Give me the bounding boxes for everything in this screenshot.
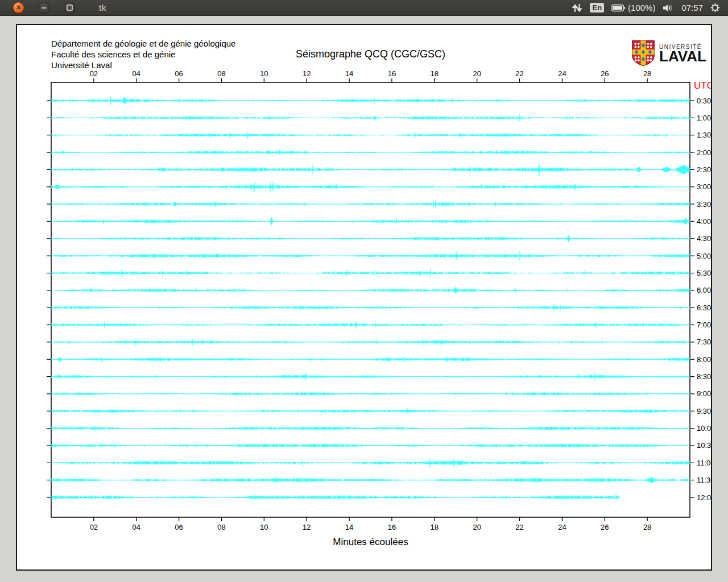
battery-icon [611,4,626,12]
row-time-label: 2:30 [697,165,711,174]
x-tick-label-bottom: 08 [217,523,225,531]
row-time-label: 12:00 [697,493,711,502]
x-tick-label-top: 16 [388,69,396,78]
seismogram-trace [51,96,690,105]
seismogram-trace [51,163,690,176]
window-controls: ✕ [0,2,76,14]
row-time-label: 0:30 [697,97,711,105]
x-tick-label-top: 04 [132,69,140,78]
row-time-label: 7:00 [697,321,711,329]
clock[interactable]: 07:57 [681,3,703,13]
row-time-label: 10:00 [697,424,711,433]
x-tick-label-bottom: 28 [643,523,651,531]
x-tick-label-top: 02 [90,69,98,78]
x-tick-label-top: 06 [175,69,183,78]
x-tick-label-top: 22 [515,69,523,78]
close-button[interactable]: ✕ [13,2,24,14]
x-tick-label-bottom: 04 [132,523,140,531]
x-tick-label-bottom: 20 [473,523,481,531]
x-tick-label-top: 10 [260,69,268,78]
seismogram-trace [51,494,619,501]
session-gear-icon[interactable] [710,3,720,13]
keyboard-layout-indicator[interactable]: En [590,3,604,13]
row-time-label: 1:00 [697,114,711,122]
row-time-label: 4:30 [697,234,711,243]
battery-percent: (100%) [628,3,655,13]
minimize-icon [42,7,47,9]
seismogram-trace [51,322,690,328]
battery-indicator[interactable]: (100%) [611,3,655,13]
x-tick-label-bottom: 26 [601,523,609,531]
minimize-button[interactable] [38,2,50,14]
seismograph-plot: 0202040406060808101012121414161618182020… [17,25,711,569]
seismogram-trace [51,339,690,346]
x-tick-label-bottom: 24 [558,523,566,531]
x-tick-label-top: 26 [601,69,609,78]
x-tick-label-bottom: 10 [260,523,268,531]
volume-icon[interactable] [663,3,674,13]
seismogram-trace [51,269,690,277]
x-tick-label-bottom: 12 [303,523,311,531]
row-time-label: 9:00 [697,389,711,398]
row-time-label: 3:30 [697,200,711,209]
seismogram-trace [51,287,690,293]
x-tick-label-top: 20 [473,69,481,78]
x-tick-label-top: 14 [345,69,353,78]
row-time-label: 1:30 [697,131,711,139]
row-time-label: 9:30 [697,407,711,415]
x-tick-label-top: 28 [643,69,651,78]
utc-axis-label: UTC [694,80,711,91]
seismogram-trace [51,235,690,242]
x-axis-title: Minutes écoulées [333,537,408,547]
window-title: tk [99,3,106,13]
plot-border [51,82,690,517]
seismogram-trace [51,182,690,192]
x-tick-label-bottom: 06 [175,523,183,531]
tk-application-window: Département de géologie et de génie géol… [16,24,712,571]
seismogram-trace [51,408,690,414]
x-tick-label-bottom: 14 [345,523,353,531]
seismogram-trace [51,373,690,381]
x-tick-label-bottom: 22 [515,523,523,531]
x-tick-label-bottom: 16 [388,523,396,531]
seismogram-trace [51,426,690,431]
seismogram-trace [51,149,690,155]
seismogram-trace [51,476,690,484]
seismogram-trace [51,218,690,226]
row-time-label: 6:00 [697,286,711,294]
row-time-label: 11:30 [697,476,711,484]
row-time-label: 7:30 [697,338,711,346]
seismogram-trace [51,392,690,396]
maximize-icon [67,5,73,11]
seismogram-trace [51,304,690,311]
seismogram-trace [51,443,690,448]
row-time-label: 8:00 [697,355,711,364]
x-tick-label-bottom: 18 [431,523,439,531]
x-tick-label-top: 12 [303,69,311,78]
x-tick-label-top: 24 [558,69,566,78]
row-time-label: 6:30 [697,304,711,312]
row-time-label: 10:30 [697,441,711,450]
x-tick-label-top: 18 [431,69,439,78]
updown-arrows-icon[interactable] [572,3,582,13]
seismogram-trace [51,459,690,467]
desktop-top-bar[interactable]: ✕ tk En (100%) 07:57 [0,0,728,16]
row-time-label: 4:00 [697,217,711,226]
row-time-label: 5:00 [697,252,711,260]
row-time-label: 2:00 [697,148,711,157]
seismogram-trace [51,200,690,209]
row-time-label: 3:00 [697,182,711,191]
seismogram-trace [51,356,690,362]
system-tray: En (100%) 07:57 [572,3,728,13]
row-time-label: 11:00 [697,459,711,467]
seismogram-trace [51,115,690,122]
x-tick-label-bottom: 02 [90,523,98,531]
row-time-label: 8:30 [697,372,711,381]
x-tick-label-top: 08 [217,69,225,78]
seismogram-trace [51,132,690,138]
seismogram-trace [51,251,690,260]
row-time-label: 5:30 [697,269,711,277]
maximize-button[interactable] [64,2,76,14]
